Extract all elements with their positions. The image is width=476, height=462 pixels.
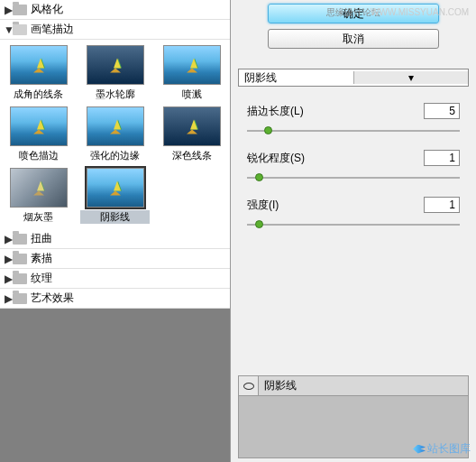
tree-item-distort[interactable]: ▶ 扭曲 xyxy=(0,229,230,249)
effect-layers: 阴影线 xyxy=(238,375,469,458)
filter-thumb-spatter[interactable]: 喷溅 xyxy=(157,45,226,101)
empty-area xyxy=(0,309,230,462)
visibility-eye-icon[interactable] xyxy=(239,376,259,395)
filter-select-value: 阴影线 xyxy=(239,70,353,86)
tree-label: 纹理 xyxy=(31,271,52,286)
param-label: 强度(I) xyxy=(247,198,424,213)
folder-open-icon xyxy=(13,24,27,35)
param-value-input[interactable]: 5 xyxy=(424,103,460,119)
tree-label: 画笔描边 xyxy=(31,22,74,37)
filter-tree-panel: ▶ 风格化 ▼ 画笔描边 成角的线条 墨水轮廓 喷溅 喷色描边 xyxy=(0,0,231,462)
tree-label: 风格化 xyxy=(31,2,63,17)
triangle-right-icon: ▶ xyxy=(4,292,13,305)
folder-icon xyxy=(13,254,27,264)
layer-name: 阴影线 xyxy=(259,378,302,393)
filter-thumb-ink[interactable]: 墨水轮廓 xyxy=(80,45,150,101)
cancel-button[interactable]: 取消 xyxy=(268,29,439,49)
param-label: 锐化程度(S) xyxy=(247,151,424,166)
folder-icon xyxy=(13,273,27,284)
ok-button[interactable]: 确定 xyxy=(268,4,439,23)
param-stroke-length: 描边长度(L) 5 xyxy=(238,103,469,119)
triangle-right-icon: ▶ xyxy=(4,273,13,285)
tree-item-artistic[interactable]: ▶ 艺术效果 xyxy=(0,289,230,309)
param-value-input[interactable]: 1 xyxy=(424,150,460,166)
chevron-down-icon[interactable]: ▾ xyxy=(353,71,469,84)
folder-icon xyxy=(13,293,27,304)
thumbnail-grid: 成角的线条 墨水轮廓 喷溅 喷色描边 强化的边缘 深色线条 xyxy=(0,40,230,229)
effect-layer-row[interactable]: 阴影线 xyxy=(239,376,468,396)
triangle-right-icon: ▶ xyxy=(4,233,13,245)
param-label: 描边长度(L) xyxy=(247,104,424,119)
filter-thumb-accented[interactable]: 强化的边缘 xyxy=(80,106,150,162)
triangle-down-icon: ▼ xyxy=(4,23,13,36)
filter-thumb-dark[interactable]: 深色线条 xyxy=(157,106,226,162)
param-sharpness: 锐化程度(S) 1 xyxy=(238,150,469,166)
slider-sharpness[interactable] xyxy=(247,171,460,184)
filter-thumb-sumie[interactable]: 烟灰墨 xyxy=(4,168,73,224)
tree-label: 艺术效果 xyxy=(31,291,74,306)
tree-item-brush-strokes[interactable]: ▼ 画笔描边 xyxy=(0,20,230,40)
tree-item-stylize[interactable]: ▶ 风格化 xyxy=(0,0,230,20)
tree-label: 素描 xyxy=(31,251,52,266)
filter-thumb-angled[interactable]: 成角的线条 xyxy=(4,45,73,101)
folder-icon xyxy=(13,234,27,245)
slider-strength[interactable] xyxy=(247,218,460,231)
tree-label: 扭曲 xyxy=(31,231,52,246)
param-strength: 强度(I) 1 xyxy=(238,197,469,213)
slider-stroke-length[interactable] xyxy=(247,125,460,137)
folder-icon xyxy=(13,5,27,15)
triangle-right-icon: ▶ xyxy=(4,253,13,265)
tree-item-sketch[interactable]: ▶ 素描 xyxy=(0,249,230,269)
filter-thumb-crosshatch[interactable]: 阴影线 xyxy=(80,168,150,224)
filter-settings-panel: 思缘设计论坛 确定 取消 阴影线 ▾ 描边长度(L) 5 锐化程度(S) 1 强… xyxy=(231,0,476,462)
triangle-right-icon: ▶ xyxy=(4,4,13,16)
filter-thumb-sprayed[interactable]: 喷色描边 xyxy=(4,106,73,162)
param-value-input[interactable]: 1 xyxy=(424,197,460,213)
tree-item-texture[interactable]: ▶ 纹理 xyxy=(0,269,230,289)
filter-select[interactable]: 阴影线 ▾ xyxy=(238,69,469,87)
